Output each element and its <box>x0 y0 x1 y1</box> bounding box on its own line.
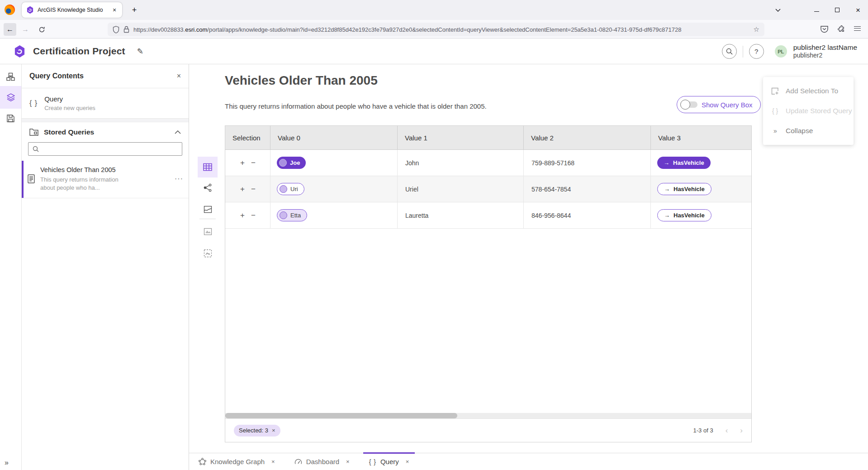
user-avatar[interactable]: PL <box>775 45 787 58</box>
pocket-icon[interactable] <box>820 25 829 33</box>
horizontal-scrollbar[interactable] <box>225 413 751 418</box>
relationship-pill[interactable]: → HasVehicle <box>657 209 711 221</box>
forward-button[interactable]: → <box>19 23 32 36</box>
remove-from-selection-button[interactable]: − <box>251 159 256 167</box>
braces-icon: { } <box>369 458 376 465</box>
entity-pill[interactable]: Uri <box>277 183 304 195</box>
add-selection-icon <box>771 87 779 96</box>
table-cell: 578-654-7854 <box>524 176 651 202</box>
new-query-item[interactable]: { } Query Create new queries <box>22 88 189 119</box>
entity-dot-icon <box>280 211 287 219</box>
table-row[interactable]: + − Joe John 759-889-57168 → HasVehicle <box>225 150 751 176</box>
query-item-title: Query <box>44 95 95 103</box>
table-cell: Uriel <box>398 176 524 202</box>
previous-page-button[interactable]: ‹ <box>726 427 728 434</box>
stored-queries-search-input[interactable] <box>43 146 178 153</box>
help-button[interactable]: ? <box>749 44 764 59</box>
add-to-selection-button[interactable]: + <box>240 185 245 193</box>
stored-queries-search[interactable] <box>28 142 182 156</box>
lock-icon[interactable] <box>123 26 129 33</box>
table-cell: Lauretta <box>398 202 524 228</box>
window-minimize-button[interactable] <box>808 0 825 20</box>
url-text: https://dev0028833.esri.com/portal/apps/… <box>133 26 749 33</box>
remove-from-selection-button[interactable]: − <box>251 185 256 193</box>
next-page-button[interactable]: › <box>740 427 743 434</box>
rail-item-data-model[interactable] <box>0 65 21 88</box>
stored-query-item[interactable]: Vehicles Older Than 2005 This query retu… <box>22 161 189 198</box>
new-map-view-button[interactable] <box>198 221 218 242</box>
url-bar[interactable]: https://dev0028833.esri.com/portal/apps/… <box>108 23 764 36</box>
close-tab-icon[interactable]: × <box>271 458 275 465</box>
remove-from-selection-button[interactable]: − <box>251 211 256 219</box>
window-close-button[interactable]: × <box>850 0 866 20</box>
query-contents-panel: Query Contents × { } Query Create new qu… <box>22 64 189 470</box>
arrow-right-icon: → <box>664 159 669 166</box>
tracking-shield-icon[interactable] <box>113 26 119 34</box>
knowledge-graph-icon <box>199 458 206 465</box>
menu-item-add-selection-to[interactable]: Add Selection To <box>763 81 854 101</box>
expand-rail-button[interactable]: » <box>5 459 8 467</box>
relationship-pill[interactable]: → HasVehicle <box>657 183 711 195</box>
column-header: Value 1 <box>398 126 524 149</box>
selection-view-button[interactable] <box>198 243 218 264</box>
context-menu: Add Selection To { } Update Stored Query… <box>763 77 854 145</box>
query-title: Vehicles Older Than 2005 <box>225 73 378 88</box>
double-chevron-icon: » <box>771 127 779 134</box>
selected-count-chip[interactable]: Selected: 3 × <box>234 425 280 436</box>
entity-pill[interactable]: Etta <box>277 209 307 221</box>
stored-query-title: Vehicles Older Than 2005 <box>40 166 133 173</box>
bookmark-star-icon[interactable]: ☆ <box>754 25 759 34</box>
panel-close-icon[interactable]: × <box>177 72 181 80</box>
edit-title-icon[interactable]: ✎ <box>137 47 143 56</box>
folder-icon <box>29 128 38 136</box>
table-header-row: Selection Value 0 Value 1 Value 2 Value … <box>225 126 751 150</box>
clear-selection-icon[interactable]: × <box>272 427 275 434</box>
save-icon <box>6 114 15 123</box>
menu-item-collapse[interactable]: » Collapse <box>763 121 854 141</box>
map-view-button[interactable] <box>198 199 218 220</box>
app-logo-icon <box>14 45 26 58</box>
rail-item-contents[interactable] <box>0 86 21 109</box>
window-restore-button[interactable] <box>829 0 845 20</box>
close-tab-icon[interactable]: × <box>406 458 409 465</box>
view-tab-bar: Knowledge Graph × Dashboard × { } Query … <box>189 453 868 470</box>
tab-query[interactable]: { } Query × <box>363 453 415 470</box>
link-chart-view-button[interactable] <box>198 177 218 198</box>
braces-icon: { } <box>29 99 38 107</box>
table-row[interactable]: + − Etta Lauretta 846-956-8644 → HasVehi… <box>225 202 751 229</box>
hamburger-menu-icon[interactable] <box>854 26 861 32</box>
browser-toolbar: ← → https://dev0028833.esri.com/portal/a… <box>0 20 868 38</box>
user-name[interactable]: publisher2 lastName publisher2 <box>793 43 857 60</box>
entity-pill[interactable]: Joe <box>277 157 306 169</box>
search-button[interactable] <box>722 44 737 59</box>
tab-knowledge-graph[interactable]: Knowledge Graph × <box>193 453 281 470</box>
browser-tab[interactable]: ArcGIS Knowledge Studio × <box>22 2 122 18</box>
close-tab-icon[interactable]: × <box>346 458 350 465</box>
table-cell: John <box>398 150 524 176</box>
table-row[interactable]: + − Uri Uriel 578-654-7854 → HasVehicle <box>225 176 751 202</box>
add-to-selection-button[interactable]: + <box>240 211 245 219</box>
relationship-pill[interactable]: → HasVehicle <box>657 157 711 169</box>
table-view-button[interactable] <box>198 157 218 177</box>
toggle-switch[interactable] <box>681 101 697 109</box>
section-gap <box>22 119 189 122</box>
stored-queries-header[interactable]: Stored Queries <box>22 122 189 142</box>
back-button[interactable]: ← <box>4 23 16 36</box>
extensions-icon[interactable] <box>838 25 845 33</box>
show-query-box-toggle[interactable]: Show Query Box <box>677 96 761 113</box>
search-icon <box>726 48 733 55</box>
more-options-icon[interactable]: ··· <box>175 175 183 183</box>
tab-dashboard[interactable]: Dashboard × <box>289 453 356 470</box>
chevron-up-icon[interactable] <box>175 130 181 134</box>
scrollbar-thumb[interactable] <box>225 413 457 418</box>
firefox-logo-icon[interactable] <box>5 5 15 15</box>
rail-item-saved[interactable] <box>0 107 21 129</box>
tab-close-icon[interactable]: × <box>110 5 119 14</box>
selection-area-icon <box>204 249 212 258</box>
tab-list-chevron-icon[interactable] <box>770 0 786 20</box>
browser-window: ArcGIS Knowledge Studio × + × ← → https:… <box>0 0 868 470</box>
reload-button[interactable] <box>35 23 48 36</box>
new-tab-button[interactable]: + <box>128 4 141 16</box>
add-to-selection-button[interactable]: + <box>240 159 245 167</box>
query-item-subtitle: Create new queries <box>44 105 95 111</box>
